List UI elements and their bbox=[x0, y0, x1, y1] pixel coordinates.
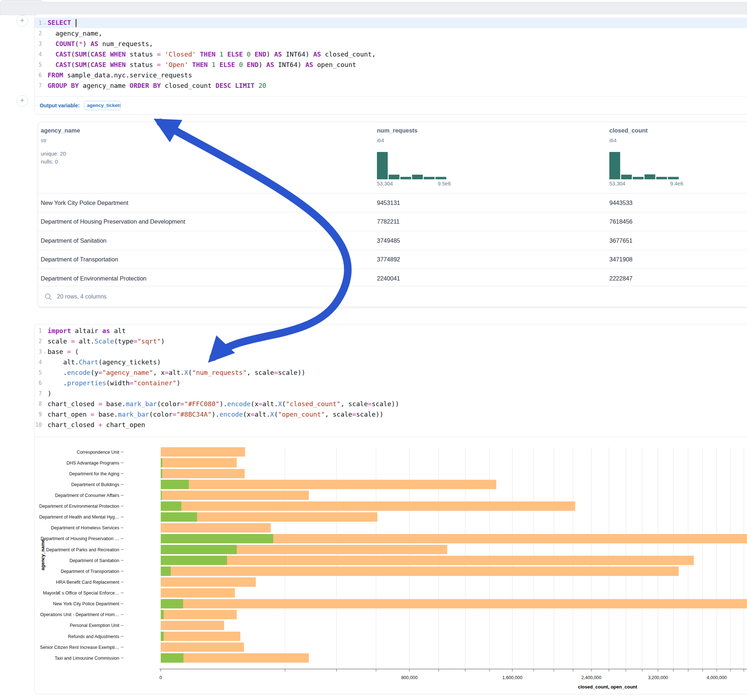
histogram-bar bbox=[400, 177, 411, 180]
code-line[interactable]: 9chart_open = base.mark_bar(color="#8BC3… bbox=[35, 409, 747, 419]
y-axis-label: Department of Environmental Protection bbox=[39, 504, 119, 509]
code-text: ) bbox=[48, 389, 51, 397]
code-line[interactable]: 6FROM sample_data.nyc.service_requests bbox=[35, 70, 747, 80]
chart-output: Correspondence UnitDHS Advantage Program… bbox=[35, 437, 747, 694]
closed-count-bar bbox=[161, 469, 245, 478]
table-row[interactable]: Department of Sanitation37494853677651 bbox=[38, 231, 747, 250]
y-axis-label: DHS Advantage Programs bbox=[66, 460, 119, 466]
open-count-bar bbox=[161, 458, 162, 468]
open-count-bar bbox=[161, 599, 183, 608]
x-tick-label: 2,400,000 bbox=[581, 675, 602, 680]
open-count-bar bbox=[161, 566, 171, 576]
open-count-bar bbox=[161, 480, 189, 489]
closed-count-bar bbox=[161, 480, 496, 489]
open-count-bar bbox=[161, 545, 237, 554]
search-icon[interactable] bbox=[44, 293, 52, 301]
code-text: alt.Chart(agency_tickets) bbox=[48, 358, 161, 366]
table-row[interactable]: Department of Environmental Protection22… bbox=[38, 269, 747, 288]
table-cell: 3677651 bbox=[609, 237, 632, 244]
collapsed-next-cell[interactable] bbox=[0, 0, 747, 15]
hist-min: 53,304 bbox=[377, 181, 393, 187]
closed-count-bar bbox=[161, 621, 224, 630]
histogram-bar bbox=[633, 177, 644, 180]
closed-count-bar bbox=[161, 588, 235, 598]
table-cell: 3471908 bbox=[609, 256, 632, 263]
histogram-bar bbox=[656, 177, 667, 180]
table-row[interactable]: Department of Housing Preservation and D… bbox=[38, 212, 747, 231]
y-axis-label: Taxi and Limousine Commission bbox=[55, 656, 119, 661]
table-cell: 3749485 bbox=[377, 237, 400, 244]
y-axis-title: agency_name bbox=[40, 539, 45, 570]
hist-max: 9.5e6 bbox=[438, 181, 451, 187]
x-axis-title: closed_count, open_count bbox=[578, 684, 637, 689]
output-variable-pill[interactable]: agency_tickets bbox=[84, 101, 121, 110]
altair-bar-chart: Correspondence UnitDHS Advantage Program… bbox=[35, 437, 747, 694]
code-line[interactable]: 3 COUNT(*) AS num_requests, bbox=[35, 39, 747, 49]
y-axis-label: Department for the Aging bbox=[69, 471, 119, 477]
add-cell-button-2[interactable]: + bbox=[16, 95, 28, 107]
table-row[interactable]: New York City Police Department945313194… bbox=[38, 193, 747, 212]
column-nulls-stat: nulls: 0 bbox=[41, 158, 58, 164]
code-line[interactable]: 2 agency_name, bbox=[35, 28, 747, 39]
code-text: .properties(width="container") bbox=[48, 379, 180, 387]
line-number: 5 bbox=[35, 62, 42, 68]
code-line[interactable]: 7GROUP BY agency_name ORDER BY closed_co… bbox=[35, 80, 747, 91]
code-line[interactable]: 1import altair as alt bbox=[35, 326, 747, 336]
column-name: num_requests bbox=[377, 127, 417, 134]
line-number: 1 bbox=[35, 328, 42, 334]
line-number: 9 bbox=[35, 411, 42, 418]
open-count-bar bbox=[161, 653, 183, 662]
add-cell-button[interactable]: + bbox=[16, 15, 28, 27]
python-cell: 1import altair as alt2scale = alt.Scale(… bbox=[34, 324, 747, 694]
table-row[interactable]: Department of Transportation377489234719… bbox=[38, 250, 747, 269]
column-name: closed_count bbox=[609, 127, 647, 134]
row-count-label: 20 rows, 4 columns bbox=[57, 293, 107, 300]
python-code-editor[interactable]: 1import altair as alt2scale = alt.Scale(… bbox=[35, 324, 747, 430]
x-tick-label: 800,000 bbox=[401, 675, 417, 680]
hist-max: 9.4e6 bbox=[670, 181, 683, 187]
open-count-bar bbox=[161, 512, 197, 522]
code-line[interactable]: 10chart_closed + chart_open bbox=[35, 419, 747, 430]
code-text: CAST(SUM(CASE WHEN status = 'Open' THEN … bbox=[48, 61, 356, 68]
closed-count-bar bbox=[161, 523, 271, 533]
code-line[interactable]: 3⌄base = ( bbox=[35, 346, 747, 357]
table-cell: Department of Housing Preservation and D… bbox=[41, 218, 185, 225]
y-axis-label: New York City Police Department bbox=[53, 601, 119, 606]
code-line[interactable]: 4 alt.Chart(agency_tickets) bbox=[35, 357, 747, 367]
column-histogram bbox=[377, 148, 451, 180]
histogram-range: 53,304 9.4e6 bbox=[609, 181, 683, 187]
closed-count-bar bbox=[161, 447, 245, 457]
histogram-bar bbox=[424, 177, 435, 180]
code-text: import altair as alt bbox=[48, 327, 126, 335]
y-axis-label: Senior Citizen Rent Increase Exempti… bbox=[40, 645, 119, 650]
open-count-bar bbox=[161, 534, 273, 543]
code-line[interactable]: 2scale = alt.Scale(type="sqrt") bbox=[35, 336, 747, 346]
sql-code-editor[interactable]: 1⌄SELECT 2 agency_name,3 COUNT(*) AS num… bbox=[35, 14, 747, 91]
code-line[interactable]: 5 CAST(SUM(CASE WHEN status = 'Open' THE… bbox=[35, 59, 747, 70]
closed-count-bar bbox=[161, 599, 747, 608]
fold-chevron-icon[interactable]: ⌄ bbox=[42, 349, 48, 354]
code-line[interactable]: 5 .encode(y="agency_name", x=alt.X("num_… bbox=[35, 367, 747, 378]
code-line[interactable]: 7) bbox=[35, 388, 747, 398]
line-number: 3 bbox=[35, 41, 42, 47]
line-number: 5 bbox=[35, 370, 42, 376]
y-axis-label: Department of Sanitation bbox=[70, 558, 119, 563]
y-axis-label: Department of Transportation bbox=[60, 569, 119, 574]
y-axis-label: Operations Unit - Department of Hom… bbox=[40, 612, 119, 617]
code-line[interactable]: 1⌄SELECT bbox=[35, 18, 747, 28]
column-name: agency_name bbox=[41, 127, 80, 134]
closed-count-bar bbox=[161, 502, 575, 511]
code-line[interactable]: 8chart_closed = base.mark_bar(color="#FF… bbox=[35, 398, 747, 409]
line-number: 1 bbox=[35, 20, 42, 26]
fold-chevron-icon[interactable]: ⌄ bbox=[42, 21, 48, 25]
table-cell: New York City Police Department bbox=[41, 199, 128, 206]
table-cell: Department of Sanitation bbox=[41, 237, 107, 244]
x-tick-label: 3,200,000 bbox=[648, 675, 668, 680]
column-unique-stat: unique: 20 bbox=[41, 151, 66, 157]
table-cell: 3774892 bbox=[377, 256, 400, 263]
table-cell: Department of Environmental Protection bbox=[41, 275, 146, 282]
closed-count-bar bbox=[161, 458, 237, 468]
code-line[interactable]: 4 CAST(SUM(CASE WHEN status = 'Closed' T… bbox=[35, 49, 747, 59]
histogram-bar bbox=[435, 177, 446, 180]
code-line[interactable]: 6 .properties(width="container") bbox=[35, 378, 747, 388]
